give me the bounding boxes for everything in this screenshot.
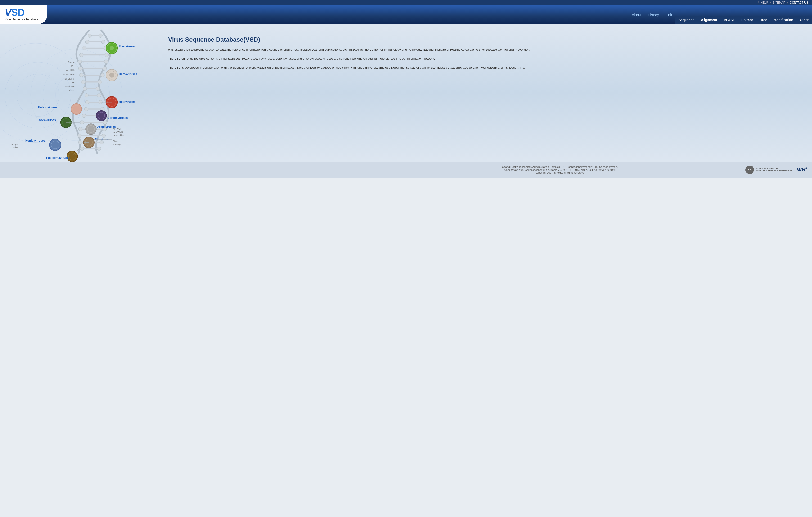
svg-point-48 [97, 93, 101, 97]
info-title: Virus Sequence Database(VSD) [168, 36, 803, 44]
nih-logo: NIH+ [796, 167, 807, 173]
svg-text:New World: New World [113, 131, 123, 133]
svg-text:Coronaviruses: Coronaviruses [107, 116, 128, 120]
svg-text:Powassan: Powassan [65, 74, 75, 76]
nav-sequence[interactable]: Sequence [675, 16, 698, 24]
svg-point-43 [104, 60, 108, 63]
kcdc-label1: KOREA CENTER FOR [756, 168, 792, 170]
nav-other[interactable]: Other [796, 16, 812, 24]
top-sep3: / [787, 1, 788, 4]
logo-subtitle: Virus Sequence Database [5, 18, 38, 21]
svg-point-46 [98, 80, 102, 84]
sitemap-link[interactable]: SITEMAP [773, 1, 785, 4]
kcdc-icon: sp [745, 165, 754, 175]
help-link[interactable]: HELP [761, 1, 768, 4]
svg-text:Papillomaviruses: Papillomaviruses [46, 156, 70, 160]
nav-tree[interactable]: Tree [757, 16, 770, 24]
footer-copyright: copyright 2007 @ kcdc. all rights reserv… [375, 171, 745, 174]
svg-text:Hendra: Hendra [11, 144, 18, 146]
svg-text:Enteroviruses: Enteroviruses [38, 106, 58, 109]
svg-text:sp: sp [748, 168, 752, 172]
info-p3: The VSD is developed in collaboration wi… [168, 65, 803, 70]
nav-light: About History Link [629, 11, 675, 19]
svg-point-47 [96, 87, 100, 91]
dna-svg: Flaviviruses Dengue JE West Nile Powassa… [0, 24, 161, 162]
nav-history[interactable]: History [644, 11, 662, 19]
svg-text:St. Louise: St. Louise [64, 78, 74, 80]
svg-point-27 [80, 73, 83, 77]
nav: About History Link Sequence Alignment BL… [47, 5, 812, 24]
svg-point-34 [80, 120, 84, 124]
svg-point-42 [105, 53, 109, 57]
svg-point-30 [85, 93, 89, 97]
svg-text:Unclassified: Unclassified [113, 134, 124, 136]
svg-point-25 [78, 60, 82, 63]
nav-about[interactable]: About [629, 11, 644, 19]
svg-text:Filoviruses: Filoviruses [95, 138, 111, 141]
svg-point-36 [78, 134, 82, 138]
info-p1: was established to provide sequence data… [168, 47, 803, 52]
nav-alignment[interactable]: Alignment [698, 16, 720, 24]
svg-text:TBE: TBE [70, 82, 75, 84]
svg-point-32 [84, 107, 88, 111]
svg-point-37 [79, 140, 82, 144]
svg-point-93 [63, 74, 65, 75]
svg-point-39 [98, 34, 102, 37]
svg-point-23 [82, 46, 86, 50]
svg-point-44 [103, 66, 107, 70]
nav-blast[interactable]: BLAST [720, 16, 738, 24]
svg-text:Nipah: Nipah [13, 147, 18, 149]
svg-point-24 [80, 53, 83, 57]
footer-logos: sp KOREA CENTER FOR DISEASE CONTROL & PR… [745, 165, 807, 175]
svg-point-54 [102, 134, 106, 138]
svg-point-22 [85, 40, 89, 44]
svg-text:JE: JE [70, 65, 73, 67]
nav-modification[interactable]: Modification [770, 16, 796, 24]
svg-point-31 [85, 100, 89, 104]
kcdc-label2: DISEASE CONTROL & PREVENTION [756, 170, 792, 172]
info-area: Virus Sequence Database(VSD) was establi… [161, 24, 812, 162]
header: VSD Virus Sequence Database About Histor… [0, 5, 812, 24]
svg-text:Noroviruses: Noroviruses [39, 118, 56, 122]
footer-address2: Cheongwon-gun, Chungcheongbuk-do, Korea … [375, 168, 745, 171]
svg-text:Marburg: Marburg [113, 143, 121, 146]
svg-point-33 [82, 114, 86, 118]
nav-link[interactable]: Link [662, 11, 675, 19]
svg-text:Flaviviruses: Flaviviruses [119, 45, 136, 48]
top-bar: / HELP / SITEMAP / CONTACT US [0, 0, 812, 5]
footer-address1: Osong Health Technology Administration C… [375, 166, 745, 168]
svg-point-56 [97, 147, 101, 151]
svg-text:Dengue: Dengue [68, 61, 75, 63]
svg-point-26 [79, 66, 82, 70]
svg-text:Rotaviruses: Rotaviruses [119, 100, 136, 104]
svg-point-35 [79, 127, 82, 131]
svg-point-40 [102, 40, 105, 44]
nav-dark: Sequence Alignment BLAST Epitope Tree Mo… [675, 16, 812, 24]
svg-point-21 [88, 34, 92, 37]
svg-point-55 [100, 140, 104, 144]
svg-text:Old World: Old World [113, 128, 122, 130]
svg-point-29 [83, 87, 87, 91]
svg-text:Yellow fever: Yellow fever [64, 86, 76, 88]
svg-text:Henipaviruses: Henipaviruses [25, 139, 45, 143]
svg-point-38 [80, 147, 84, 151]
svg-point-52 [103, 120, 107, 124]
footer: Osong Health Technology Administration C… [0, 162, 812, 178]
svg-text:Hantaviruses: Hantaviruses [119, 73, 137, 76]
svg-text:Others: Others [68, 89, 74, 92]
logo-vsd: VSD [5, 7, 24, 18]
logo-area: VSD Virus Sequence Database [0, 5, 47, 24]
contact-link[interactable]: CONTACT US [790, 1, 808, 4]
footer-text: Osong Health Technology Administration C… [375, 166, 745, 174]
info-body: was established to provide sequence data… [168, 47, 803, 70]
top-sep2: / [770, 1, 771, 4]
main-content: Flaviviruses Dengue JE West Nile Powassa… [0, 24, 812, 162]
info-p2: The VSD currently features contents on h… [168, 56, 803, 61]
nav-epitope[interactable]: Epitope [738, 16, 757, 24]
top-sep1: / [758, 1, 759, 4]
svg-text:West Nile: West Nile [66, 69, 75, 71]
dna-visualization: Flaviviruses Dengue JE West Nile Powassa… [0, 24, 161, 162]
svg-text:Ebola: Ebola [113, 140, 118, 142]
kcdc-logo: sp KOREA CENTER FOR DISEASE CONTROL & PR… [745, 165, 792, 175]
svg-point-28 [82, 80, 85, 84]
